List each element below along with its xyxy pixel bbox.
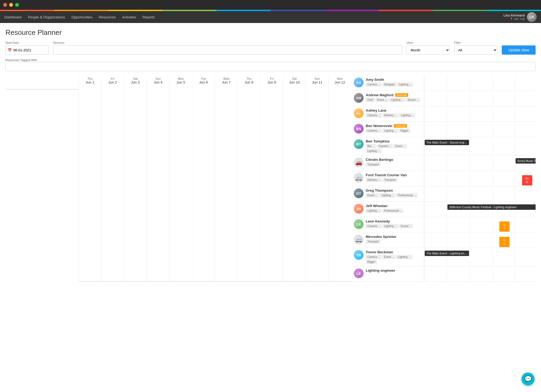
resource-tags: ChefEvent ...Lighting ...Sound ... bbox=[366, 98, 421, 102]
day-cell bbox=[424, 171, 447, 186]
resource-tags: Bar ...Camera ...Event ...Lighting ... bbox=[366, 144, 421, 153]
nav-link-resources[interactable]: Resources bbox=[99, 14, 116, 20]
calendar-event[interactable]: Soniq Music Festival - bbox=[516, 158, 536, 164]
calendar-event[interactable]: Go bbox=[499, 221, 510, 232]
resource-info: 🚐Ford Transit Courier VanDelivery ...Tra… bbox=[351, 171, 424, 186]
resource-tags: Event ...Lighting ...Professional ... bbox=[366, 193, 421, 197]
day-cell bbox=[447, 266, 470, 281]
calendar-event[interactable]: The Main Event - Lighting engineer bbox=[425, 251, 469, 256]
resource-avatar: TB bbox=[354, 250, 364, 260]
chat-button[interactable]: 💬 bbox=[522, 373, 535, 386]
day-cells: The Main Event - Sound engineer bbox=[424, 137, 536, 155]
tag: Lighting ... bbox=[380, 193, 395, 197]
calendar-event[interactable]: Jefferson County Music Festival - Lighti… bbox=[447, 204, 536, 210]
avatar-initials: BN bbox=[354, 124, 364, 134]
day-cell bbox=[447, 122, 470, 137]
avatar-initials: LE bbox=[354, 268, 364, 278]
resources-tagged-label: Resources Tagged With bbox=[5, 58, 37, 62]
resource-header-cell bbox=[5, 75, 78, 89]
day-cell bbox=[470, 248, 492, 266]
avatar: LK bbox=[527, 12, 537, 22]
resource-avatar: AM bbox=[354, 93, 364, 103]
resource-row: GTGreg ThompsonEvent ...Lighting ...Prof… bbox=[351, 186, 536, 202]
resource-row: TBTrevor BeckmanCamera ...Event ...Light… bbox=[351, 248, 536, 266]
avatar-initials: LK bbox=[527, 12, 537, 22]
day-num: Jun 11 bbox=[307, 80, 327, 84]
nav-link-reports[interactable]: Reports bbox=[143, 14, 155, 20]
user-location: 📍 IAV: HQ bbox=[503, 17, 525, 21]
avatar-initials: TB bbox=[354, 250, 364, 260]
resource-avatar: BT bbox=[354, 139, 364, 149]
filter-group: Filter AllAvailableUnavailable bbox=[454, 41, 497, 55]
resource-avatar: AL bbox=[354, 108, 364, 118]
filter-select[interactable]: AllAvailableUnavailable bbox=[454, 45, 497, 55]
resource-info: BNBen NimerovskiExternalCamera ...Lighti… bbox=[351, 122, 424, 137]
tag: Lighting ... bbox=[396, 255, 412, 259]
day-name: Fri bbox=[103, 77, 123, 80]
main-content: Resource Planner Start Date 📅 Services V… bbox=[0, 23, 541, 392]
resource-name: Lighting engineer bbox=[366, 268, 421, 273]
day-name: Mon bbox=[330, 77, 350, 80]
controls-row: Start Date 📅 Services View MonthWeekDay … bbox=[5, 41, 536, 55]
day-name: Thu bbox=[239, 77, 259, 80]
day-name: Mon bbox=[171, 77, 191, 80]
resource-avatar: 🚐 bbox=[354, 173, 364, 183]
resource-name: Ashley Lane bbox=[366, 108, 421, 112]
resource-row: LKLeon KennedyCamera ...Lighting ...Soun… bbox=[351, 217, 536, 232]
tag: Designer bbox=[382, 82, 397, 87]
services-input[interactable] bbox=[53, 45, 402, 55]
view-label: View bbox=[407, 41, 450, 44]
start-date-input[interactable] bbox=[5, 45, 49, 55]
nav-link-dashboard[interactable]: Dashboard bbox=[4, 14, 22, 20]
day-cell bbox=[470, 171, 492, 186]
tag: Bar ... bbox=[366, 144, 376, 148]
resource-row: 🚐Ford Transit Courier VanDelivery ...Tra… bbox=[351, 171, 536, 186]
avatar-initials: AM bbox=[354, 93, 364, 103]
day-cell bbox=[470, 75, 492, 91]
nav-link-activities[interactable]: Activities bbox=[122, 14, 136, 20]
day-cell bbox=[424, 202, 447, 217]
avatar-initials: BT bbox=[354, 139, 364, 149]
nav-bar: DashboardPeople & OrganizationsOpportuni… bbox=[0, 11, 541, 23]
resources-tagged-input[interactable] bbox=[5, 62, 536, 71]
day-name: Thu bbox=[80, 77, 100, 80]
day-cell bbox=[515, 217, 536, 232]
avatar-initials: JW bbox=[354, 204, 364, 214]
resource-row: JWJeff WheelanLighting ...Professional .… bbox=[351, 202, 536, 217]
day-cell bbox=[515, 186, 536, 201]
day-cell bbox=[492, 91, 515, 106]
tag: Lighting ... bbox=[397, 82, 413, 87]
resource-name: Ben Tompkins bbox=[366, 139, 421, 143]
resource-name: Jeff Wheelan bbox=[366, 204, 421, 208]
day-cell bbox=[515, 232, 536, 248]
view-select[interactable]: MonthWeekDay bbox=[407, 45, 450, 55]
calendar-event[interactable]: Corp bbox=[522, 175, 532, 185]
update-view-button[interactable]: Update view bbox=[502, 45, 536, 55]
day-cell: Go bbox=[492, 232, 515, 248]
resource-row: BTBen TompkinsBar ...Camera ...Event ...… bbox=[351, 137, 536, 155]
minimize-btn[interactable] bbox=[9, 3, 13, 7]
resource-details: Jeff WheelanLighting ...Professional ... bbox=[366, 204, 421, 213]
tag: Sound ... bbox=[406, 98, 420, 102]
resource-info: GTGreg ThompsonEvent ...Lighting ...Prof… bbox=[351, 186, 424, 201]
maximize-btn[interactable] bbox=[15, 3, 19, 7]
day-cells: Soniq Music Festival - Lighting bbox=[424, 266, 536, 281]
location-icon: 📍 bbox=[510, 17, 513, 21]
day-name: Fri bbox=[262, 77, 282, 80]
resource-row: LELighting engineerSoniq Music Festival … bbox=[351, 266, 536, 282]
day-cell bbox=[492, 186, 515, 201]
calendar-event[interactable]: Go bbox=[499, 237, 510, 247]
day-header: WedJun 7 bbox=[215, 75, 237, 282]
close-btn[interactable] bbox=[3, 3, 7, 7]
day-cell bbox=[424, 217, 447, 232]
nav-link-opportunities[interactable]: Opportunities bbox=[71, 14, 92, 20]
calendar-event[interactable]: The Main Event - Sound engineer bbox=[425, 140, 469, 145]
day-cell bbox=[492, 266, 515, 281]
day-num: Jun 7 bbox=[216, 80, 236, 84]
nav-link-people---organizations[interactable]: People & Organizations bbox=[28, 14, 65, 20]
filter-label: Filter bbox=[454, 41, 497, 44]
tag: Event ... bbox=[382, 255, 396, 259]
day-header: FriJun 9 bbox=[260, 75, 283, 282]
resource-info: ALAshley LaneCamera ...Delivery ...Light… bbox=[351, 106, 424, 121]
day-cell bbox=[470, 91, 492, 106]
